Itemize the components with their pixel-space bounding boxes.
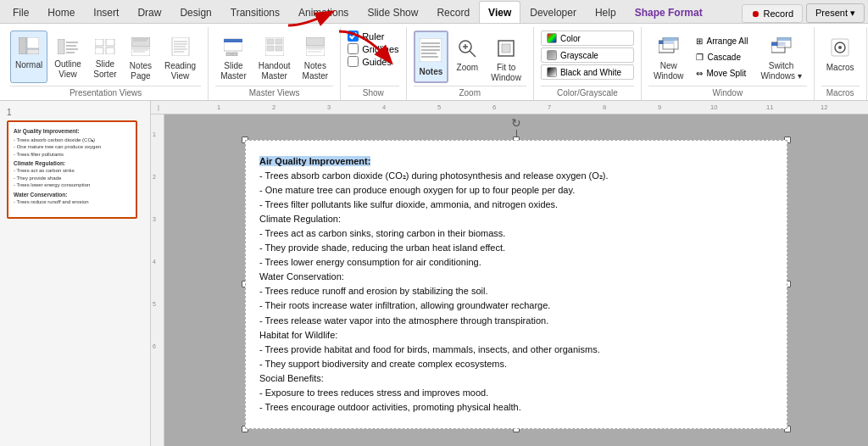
tab-view[interactable]: View <box>479 1 520 23</box>
tab-developer[interactable]: Developer <box>520 1 586 23</box>
arrange-icon: ⊞ <box>696 36 703 46</box>
fit-to-window-icon <box>497 39 515 60</box>
notes-line-17: - Trees encourage outdoor activities, pr… <box>259 400 773 415</box>
svg-rect-52 <box>663 37 678 41</box>
notes-master-btn[interactable]: NotesMaster <box>298 31 334 83</box>
slide-master-label: SlideMaster <box>220 61 247 81</box>
tab-transitions[interactable]: Transitions <box>221 1 289 23</box>
notes-textbox[interactable]: Air Quality Improvement: - Trees absorb … <box>245 140 787 429</box>
macros-group: Macros Macros <box>815 27 867 100</box>
grayscale-btn[interactable]: Grayscale <box>541 47 634 63</box>
reading-view-btn[interactable]: ReadingView <box>159 31 201 83</box>
slide-canvas: ↻ Air Quality Improvement: <box>164 114 868 446</box>
tab-animations[interactable]: Animations <box>289 1 358 23</box>
right-buttons: ⏺ Record Present ▾ <box>742 3 868 23</box>
macros-label: Macros <box>826 63 854 73</box>
master-views-items: SlideMaster HandoutMaster <box>215 27 333 86</box>
notes-icon <box>420 38 442 64</box>
zoom-group-label: Zoom <box>414 86 526 100</box>
tab-file[interactable]: File <box>3 1 38 23</box>
outline-view-icon <box>58 39 78 57</box>
macros-btn[interactable]: Macros <box>821 31 860 83</box>
tab-help[interactable]: Help <box>586 1 626 23</box>
fit-to-window-btn[interactable]: Fit toWindow <box>486 31 526 83</box>
cascade-btn[interactable]: ❐ Cascade <box>690 50 754 64</box>
slide-sorter-label: SlideSorter <box>93 59 116 80</box>
tab-slideshow[interactable]: Slide Show <box>358 1 427 23</box>
switch-windows-btn[interactable]: SwitchWindows ▾ <box>755 31 806 83</box>
gridlines-checkbox[interactable]: Gridlines <box>348 43 398 54</box>
outline-view-btn[interactable]: OutlineView <box>49 31 86 83</box>
notes-line-4: Climate Regulation: <box>259 212 773 226</box>
move-split-btn[interactable]: ⇔ Move Split <box>690 66 754 81</box>
presentation-views-label: Presentation Views <box>10 86 201 100</box>
notes-line-12: Habitat for Wildlife: <box>259 328 773 343</box>
svg-rect-3 <box>58 39 64 54</box>
svg-rect-11 <box>106 47 114 54</box>
notes-master-label: NotesMaster <box>303 61 329 81</box>
ruler-input[interactable] <box>348 31 359 42</box>
svg-rect-15 <box>131 48 150 56</box>
notes-page-btn[interactable]: NotesPage <box>124 31 158 83</box>
tab-home[interactable]: Home <box>38 1 84 23</box>
svg-point-59 <box>838 46 842 49</box>
show-group: Ruler Gridlines Guides Show <box>341 27 406 100</box>
tab-shape-format[interactable]: Shape Format <box>626 1 712 23</box>
notes-line-6: - They provide shade, reducing the urban… <box>259 241 773 255</box>
slide-work-area: 1 2 3 4 5 6 ↻ <box>151 114 868 446</box>
cascade-label: Cascade <box>707 53 740 62</box>
slide-thumbnail[interactable]: Air Quality Improvement: - Trees absorb … <box>7 120 137 219</box>
svg-rect-48 <box>502 44 510 53</box>
handout-master-icon <box>265 37 284 59</box>
record-button[interactable]: ⏺ Record <box>742 4 803 23</box>
new-window-label: NewWindow <box>654 61 684 81</box>
notes-line-8: Water Conservation: <box>259 270 773 284</box>
svg-rect-1 <box>27 37 39 48</box>
tab-design[interactable]: Design <box>170 1 220 23</box>
presentation-views-items: Normal OutlineView <box>10 27 201 86</box>
notes-line-9: - Trees reduce runoff and erosion by sta… <box>259 284 773 298</box>
notes-btn[interactable]: Notes <box>414 31 449 83</box>
notes-line-title: Air Quality Improvement: <box>259 154 773 169</box>
notes-page-label: NotesPage <box>130 61 152 81</box>
ruler-checkbox[interactable]: Ruler <box>348 31 398 42</box>
color-btn[interactable]: Color <box>541 31 634 46</box>
tab-draw[interactable]: Draw <box>128 1 170 23</box>
macros-group-label: Macros <box>821 86 860 100</box>
zoom-btn[interactable]: Zoom <box>450 31 484 83</box>
new-window-btn[interactable]: NewWindow <box>648 31 689 83</box>
bw-swatch <box>547 67 557 77</box>
move-split-label: Move Split <box>706 69 746 78</box>
horizontal-ruler: | 1 2 3 4 5 6 7 8 9 10 11 12 <box>151 101 868 114</box>
svg-rect-30 <box>275 39 282 44</box>
present-button[interactable]: Present ▾ <box>806 3 865 23</box>
macros-icon <box>830 37 850 60</box>
black-white-btn[interactable]: Black and White <box>541 64 634 80</box>
notes-line-11: - Trees release water vapor into the atm… <box>259 314 773 328</box>
guides-input[interactable] <box>348 56 359 67</box>
svg-rect-9 <box>106 39 114 46</box>
slide-sorter-btn[interactable]: SlideSorter <box>88 31 122 83</box>
record-icon: ⏺ <box>751 8 760 19</box>
present-label: Present ▾ <box>815 8 855 19</box>
ribbon: File Home Insert Draw Design Transitions… <box>0 0 868 101</box>
guides-checkbox[interactable]: Guides <box>348 56 398 67</box>
arrange-all-btn[interactable]: ⊞ Arrange All <box>690 34 754 48</box>
reading-view-icon <box>171 37 190 59</box>
svg-rect-56 <box>777 37 791 41</box>
new-window-icon <box>659 37 679 59</box>
zoom-label: Zoom <box>457 63 479 73</box>
gridlines-input[interactable] <box>348 43 359 54</box>
tab-record[interactable]: Record <box>427 1 479 23</box>
svg-rect-12 <box>131 37 150 47</box>
window-items: NewWindow ⊞ Arrange All ❐ Cascade ⇔ Move… <box>648 27 807 86</box>
macros-items: Macros <box>821 27 860 86</box>
notes-line-7: - Trees lower energy consumption for air… <box>259 255 773 270</box>
master-views-label: Master Views <box>215 86 333 100</box>
record-label: Record <box>764 8 793 19</box>
slide-master-btn[interactable]: SlideMaster <box>215 31 252 83</box>
normal-btn[interactable]: Normal <box>10 31 47 83</box>
canvas-area: | 1 2 3 4 5 6 7 8 9 10 11 12 1 2 3 4 <box>151 101 868 446</box>
tab-insert[interactable]: Insert <box>84 1 128 23</box>
handout-master-btn[interactable]: HandoutMaster <box>253 31 296 83</box>
